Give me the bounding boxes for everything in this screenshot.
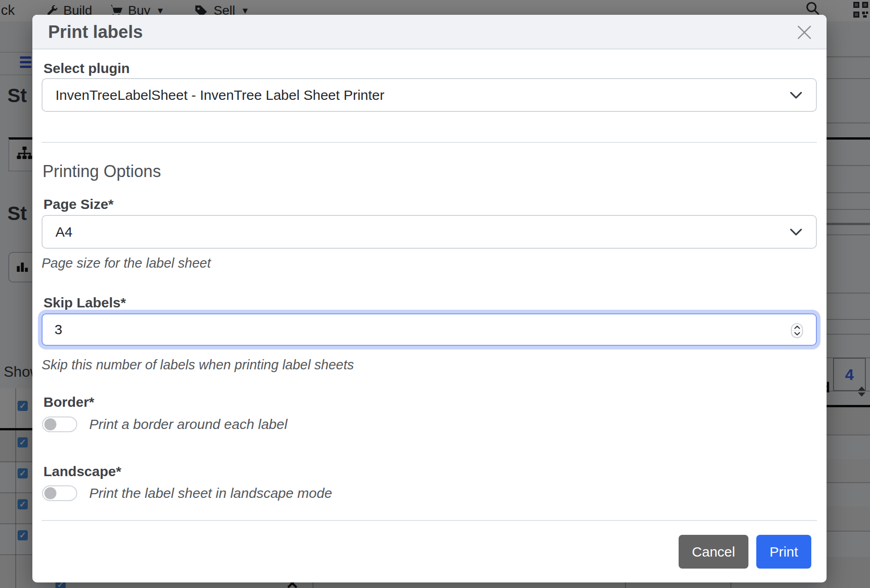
modal-title: Print labels [48,22,143,42]
landscape-toggle[interactable] [42,485,77,501]
footer-divider [42,520,817,521]
border-toggle[interactable] [42,416,77,432]
page-size-help: Page size for the label sheet [42,256,211,271]
skip-labels-input[interactable] [55,314,776,345]
chevron-down-icon [790,92,802,98]
page-size-label: Page Size* [43,196,114,212]
skip-labels-input-wrapper [42,313,817,346]
number-spinner[interactable] [791,323,803,338]
chevron-up-icon [794,325,800,329]
modal-header: Print labels [32,15,827,49]
landscape-label: Landscape* [43,464,121,479]
print-button[interactable]: Print [756,535,811,569]
skip-labels-label: Skip Labels* [43,295,126,311]
plugin-select-value: InvenTreeLabelSheet - InvenTree Label Sh… [55,87,385,103]
chevron-down-icon [794,332,800,336]
section-divider [42,142,817,143]
close-button[interactable] [795,23,814,42]
cancel-button[interactable]: Cancel [679,535,748,569]
landscape-toggle-help: Print the label sheet in landscape mode [89,485,332,501]
printing-options-title: Printing Options [43,162,161,181]
page-size-select[interactable]: A4 [42,215,817,249]
plugin-field-label: Select plugin [43,61,130,76]
print-labels-modal: Print labels Select plugin InvenTreeLabe… [32,15,827,582]
plugin-select[interactable]: InvenTreeLabelSheet - InvenTree Label Sh… [42,78,817,112]
page-size-select-value: A4 [55,224,73,240]
border-label: Border* [43,394,94,410]
skip-labels-help: Skip this number of labels when printing… [42,357,354,373]
close-icon [795,23,814,42]
chevron-down-icon [790,228,802,235]
border-toggle-help: Print a border around each label [89,416,288,432]
